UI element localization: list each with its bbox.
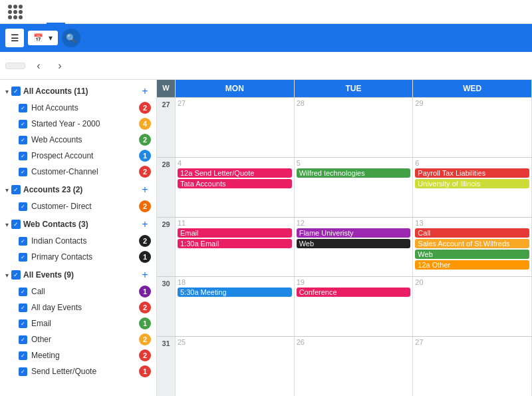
group-checkbox[interactable]: ✓ [11,185,21,194]
calendar-event[interactable]: Call [415,228,529,238]
week-col-header: W [157,80,176,97]
day-number: 29 [415,99,529,107]
sidebar-item[interactable]: ✓ Other 2 [0,331,156,347]
sidebar-item[interactable]: ✓ All day Events 2 [0,299,156,315]
item-checkbox[interactable]: ✓ [19,104,27,112]
calendar-event[interactable]: 1:30a Email [178,239,292,248]
item-checkbox[interactable]: ✓ [19,136,27,144]
calendar-day-cell[interactable]: 26 [295,337,414,396]
item-checkbox[interactable]: ✓ [19,253,27,262]
calendar-event[interactable]: Tata Accounts [178,179,292,188]
group-label: Accounts 23 (2) [23,185,136,194]
group-checkbox[interactable]: ✓ [11,270,21,280]
calendar-event[interactable]: 5:30a Meeting [178,288,292,297]
calendar-event[interactable]: Email [178,228,292,238]
app-menu-icon[interactable] [5,2,25,22]
calendar-layout-btn[interactable]: 📅 ▾ [28,31,58,45]
sidebar-group-header[interactable]: ▾ ✓ Accounts 23 (2) + [0,181,156,198]
sidebar-group-header[interactable]: ▾ ✓ All Events (9) + [0,266,156,284]
calendar-event[interactable]: Wilfred technologies [297,168,411,178]
calendar-day-cell[interactable]: 29 [413,98,532,157]
sidebar-item[interactable]: ✓ Primary Contacts 1 [0,249,156,265]
item-label: Meeting [31,351,135,360]
item-label: Web Accounts [31,135,135,144]
day-number: 26 [297,338,411,346]
prev-arrow[interactable]: ‹ [31,58,47,74]
calendar-day-cell[interactable]: 185:30a Meeting [176,277,295,336]
item-checkbox[interactable]: ✓ [19,351,27,360]
item-label: Indian Contacts [31,236,135,246]
item-checkbox[interactable]: ✓ [19,303,27,312]
item-checkbox[interactable]: ✓ [19,152,27,160]
group-checkbox[interactable]: ✓ [11,87,21,96]
tab-setup[interactable] [84,0,102,24]
tue-col-header: TUE [295,80,414,97]
sidebar-group-header[interactable]: ▾ ✓ Web Contacts (3) + [0,216,156,233]
sidebar-item[interactable]: ✓ Email 1 [0,315,156,331]
today-button[interactable] [5,63,25,69]
sidebar-item[interactable]: ✓ Send Letter/Quote 1 [0,363,156,379]
calendar-day-cell[interactable]: 27 [413,337,532,396]
item-label: Other [31,335,135,344]
chevron-icon: ▾ [5,88,9,95]
calendar-day-cell[interactable]: 412a Send Letter/QuoteTata Accounts [176,158,295,217]
tab-all-in-one[interactable] [47,0,65,24]
item-badge: 1 [139,365,151,377]
add-group-button[interactable]: + [139,218,151,230]
calendar-day-cell[interactable]: 20 [413,277,532,336]
calendar-event[interactable]: University of Illinois [415,179,529,188]
item-checkbox[interactable]: ✓ [19,335,27,344]
item-badge: 1 [139,150,151,162]
item-checkbox[interactable]: ✓ [19,319,27,328]
sidebar-item[interactable]: ✓ Customer- Direct 2 [0,198,156,214]
item-checkbox[interactable]: ✓ [19,367,27,376]
calendar-event[interactable]: Flame Univeristy [297,228,411,238]
sidebar-item[interactable]: ✓ Hot Accounts 2 [0,100,156,116]
calendar-event[interactable]: 12a Other [415,260,529,270]
item-checkbox[interactable]: ✓ [19,202,27,211]
calendar-event[interactable]: Web [297,239,411,248]
sidebar-group: ▾ ✓ Accounts 23 (2) + ✓ Customer- Direct… [0,181,156,214]
calendar-day-cell[interactable]: 13CallSales Account of St.WilfredsWeb12a… [413,218,532,277]
calendar-event[interactable]: Conference [297,288,411,297]
sidebar-group-header[interactable]: ▾ ✓ All Accounts (11) + [0,83,156,100]
calendar-day-cell[interactable]: 27 [176,98,295,157]
sidebar-item[interactable]: ✓ Customer-Channel 2 [0,164,156,180]
calendar-event[interactable]: 12a Send Letter/Quote [178,168,292,178]
group-checkbox[interactable]: ✓ [11,220,21,229]
search-button[interactable]: 🔍 [62,29,80,47]
calendar-day-cell[interactable]: 25 [176,337,295,396]
menu-icon-btn[interactable]: ☰ [5,29,24,47]
item-checkbox[interactable]: ✓ [19,120,27,128]
calendar-day-cell[interactable]: 12Flame UniveristyWeb [295,218,414,277]
item-checkbox[interactable]: ✓ [19,237,27,246]
item-checkbox[interactable]: ✓ [19,168,27,176]
sidebar-item[interactable]: ✓ Prospect Account 1 [0,148,156,164]
calendar-header-row: W MON TUE WED [157,80,532,97]
add-group-button[interactable]: + [139,184,151,196]
calendar-week-row: 31252627 [157,336,532,396]
sidebar-item[interactable]: ✓ Call 1 [0,284,156,299]
sidebar-item[interactable]: ✓ Started Year - 2000 4 [0,116,156,132]
calendar-day-cell[interactable]: 6Payroll Tax LiabilitiesUniversity of Il… [413,158,532,217]
next-arrow[interactable]: › [52,58,68,74]
day-number: 11 [178,219,292,227]
calendar-body: 2727282928412a Send Letter/QuoteTata Acc… [157,97,532,396]
tab-home[interactable] [65,0,84,24]
sidebar-item[interactable]: ✓ Indian Contacts 2 [0,233,156,249]
add-group-button[interactable]: + [139,85,151,97]
add-group-button[interactable]: + [139,269,151,281]
sidebar-item[interactable]: ✓ Web Accounts 2 [0,132,156,148]
calendar-event[interactable]: Payroll Tax Liabilities [415,168,529,178]
calendar-day-cell[interactable]: 28 [295,98,414,157]
chevron-icon: ▾ [5,186,9,194]
calendar-day-cell[interactable]: 11Email1:30a Email [176,218,295,277]
calendar-day-cell[interactable]: 5Wilfred technologies [295,158,414,217]
calendar-event[interactable]: Web [415,250,529,259]
item-badge: 1 [139,317,151,329]
item-checkbox[interactable]: ✓ [19,288,27,296]
week-number: 28 [157,158,176,217]
sidebar-item[interactable]: ✓ Meeting 2 [0,347,156,363]
calendar-day-cell[interactable]: 19Conference [295,277,414,336]
calendar-event[interactable]: Sales Account of St.Wilfreds [415,239,529,248]
